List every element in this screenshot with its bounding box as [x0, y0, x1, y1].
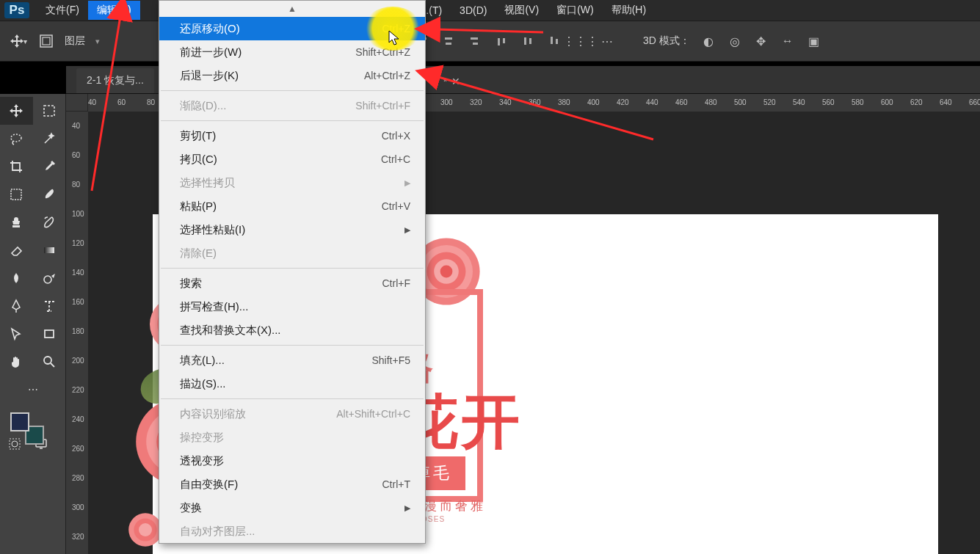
menu-item[interactable]: 变换▶ — [159, 496, 425, 520]
edit-toolbar[interactable]: ⋯ — [0, 376, 65, 404]
ruler-tick: 60 — [117, 98, 126, 106]
align-right-icon[interactable] — [467, 33, 483, 49]
svg-rect-7 — [45, 330, 54, 338]
color-swatches[interactable] — [0, 409, 65, 452]
zoom-tool[interactable] — [33, 348, 66, 376]
menu-item[interactable]: 搜索Ctrl+F — [159, 271, 425, 295]
align-top-icon[interactable] — [493, 33, 509, 49]
menu-scroll-up-icon[interactable]: ▲ — [159, 1, 425, 17]
menu-item-shortcut: Ctrl+T — [382, 478, 411, 490]
menu-item[interactable]: 填充(L)...Shift+F5 — [159, 349, 425, 372]
menu-item-label: 选择性粘贴(I) — [180, 223, 245, 237]
frame-tool[interactable] — [0, 181, 33, 208]
ruler-tick: 300 — [72, 503, 84, 511]
tools-panel: ⋯ — [0, 94, 66, 554]
3d-slide-icon[interactable]: ↔ — [780, 33, 796, 49]
menu-item[interactable]: 后退一步(K)Alt+Ctrl+Z — [159, 64, 425, 87]
foreground-color-swatch[interactable] — [10, 412, 29, 431]
tab-label: 2-1 恢复与... — [87, 74, 144, 87]
ruler-tick: 220 — [72, 386, 84, 394]
menu-separator — [161, 345, 424, 346]
ruler-tick: 320 — [470, 98, 482, 106]
menu-item-shortcut: Ctrl+C — [381, 153, 410, 165]
marquee-tool[interactable] — [33, 97, 66, 125]
menu-item-label: 透视变形 — [180, 454, 224, 468]
3d-orbit-icon[interactable]: ◐ — [700, 33, 716, 49]
ruler-tick: 440 — [646, 98, 658, 106]
ruler-tick: 120 — [72, 239, 84, 247]
3d-mode-label: 3D 模式： — [643, 34, 690, 48]
ruler-tick: 180 — [72, 327, 84, 335]
move-tool-indicator[interactable]: ▾ — [7, 31, 28, 51]
move-tool[interactable] — [0, 97, 33, 125]
menu-item: 清除(E) — [159, 241, 425, 265]
crop-tool[interactable] — [0, 153, 33, 181]
lasso-tool[interactable] — [0, 125, 33, 153]
ruler-tick: 80 — [147, 98, 155, 106]
menu-item-shortcut: Shift+Ctrl+F — [355, 100, 410, 112]
ruler-tick: 260 — [72, 445, 84, 453]
clone-stamp-tool[interactable] — [0, 208, 33, 236]
ruler-tick: 40 — [88, 98, 96, 106]
menu-item: 渐隐(D)...Shift+Ctrl+F — [159, 94, 425, 117]
ruler-tick: 580 — [852, 98, 864, 106]
menu-edit[interactable]: 编辑(E) — [88, 1, 140, 20]
menu-item[interactable]: 描边(S)... — [159, 372, 425, 396]
align-center-v-icon[interactable] — [520, 33, 536, 49]
auto-select-icon[interactable] — [38, 33, 54, 49]
layer-dropdown[interactable]: 图层 — [65, 34, 85, 48]
menu-item[interactable]: 透视变形 — [159, 449, 425, 473]
svg-point-3 — [11, 134, 21, 142]
menu-item[interactable]: 还原移动(O)Ctrl+Z — [159, 17, 425, 40]
menu-item[interactable]: 粘贴(P)Ctrl+V — [159, 194, 425, 218]
menu-item[interactable]: 拷贝(C)Ctrl+C — [159, 147, 425, 171]
menu-item-label: 查找和替换文本(X)... — [180, 324, 281, 338]
menu-item[interactable]: 前进一步(W)Shift+Ctrl+Z — [159, 40, 425, 64]
dodge-tool[interactable] — [33, 264, 66, 292]
3d-pan-icon[interactable]: ✥ — [753, 33, 769, 49]
vertical-ruler[interactable]: 4060801001201401601802002202402602803003… — [66, 112, 88, 554]
rectangle-tool[interactable] — [33, 320, 66, 348]
align-center-h-icon[interactable] — [440, 33, 457, 49]
menu-item: 内容识别缩放Alt+Shift+Ctrl+C — [159, 402, 425, 426]
menu-view[interactable]: 视图(V) — [496, 1, 548, 20]
menu-file[interactable]: 文件(F) — [37, 1, 88, 20]
menu-item-shortcut: Shift+F5 — [371, 354, 410, 366]
magic-wand-tool[interactable] — [33, 125, 66, 153]
document-tab[interactable]: 2-1 恢复与... — [76, 68, 154, 93]
3d-roll-icon[interactable]: ◎ — [727, 33, 743, 49]
menu-item-shortcut: Alt+Shift+Ctrl+C — [336, 408, 410, 420]
ruler-tick: 100 — [72, 210, 84, 218]
menu-item-shortcut: Ctrl+V — [382, 200, 410, 212]
menu-item-label: 操控变形 — [180, 431, 224, 445]
edit-menu-dropdown: ▲ 还原移动(O)Ctrl+Z前进一步(W)Shift+Ctrl+Z后退一步(K… — [159, 0, 426, 544]
align-bottom-icon[interactable] — [546, 33, 562, 49]
type-tool[interactable] — [33, 292, 66, 320]
menu-item[interactable]: 拼写检查(H)... — [159, 295, 425, 318]
blur-tool[interactable] — [0, 264, 33, 292]
more-options-icon[interactable]: ⋯ — [599, 33, 615, 49]
ruler-tick: 40 — [72, 122, 80, 130]
pen-tool[interactable] — [0, 292, 33, 320]
brush-tool[interactable] — [33, 181, 66, 208]
ruler-origin[interactable] — [66, 94, 88, 112]
menu-item-label: 渐隐(D)... — [180, 99, 226, 113]
menu-item[interactable]: 选择性粘贴(I)▶ — [159, 218, 425, 241]
menu-window[interactable]: 窗口(W) — [548, 1, 603, 20]
distribute-icon[interactable]: ⋮⋮⋮ — [573, 33, 589, 49]
menu-item[interactable]: 剪切(T)Ctrl+X — [159, 124, 425, 147]
gradient-tool[interactable] — [33, 236, 66, 264]
menu-item[interactable]: 自由变换(F)Ctrl+T — [159, 473, 425, 496]
3d-zoom-icon[interactable]: ▣ — [806, 33, 822, 49]
menu-item-label: 前进一步(W) — [180, 45, 242, 59]
hand-tool[interactable] — [0, 348, 33, 376]
eyedropper-tool[interactable] — [33, 153, 66, 181]
eraser-tool[interactable] — [0, 236, 33, 264]
menu-3d[interactable]: 3D(D) — [451, 1, 496, 19]
menu-item[interactable]: 查找和替换文本(X)... — [159, 318, 425, 342]
history-brush-tool[interactable] — [33, 208, 66, 236]
path-selection-tool[interactable] — [0, 320, 33, 348]
tab-close-icon[interactable]: ✕ — [451, 76, 460, 87]
menu-help[interactable]: 帮助(H) — [603, 1, 655, 20]
ruler-tick: 380 — [558, 98, 570, 106]
